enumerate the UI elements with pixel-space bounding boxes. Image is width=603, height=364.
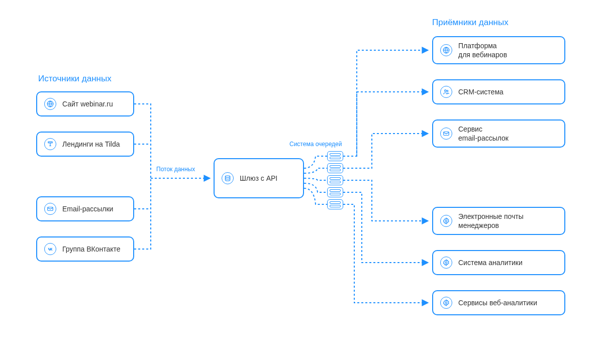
queue-icon bbox=[327, 187, 343, 197]
tilda-icon bbox=[44, 138, 56, 150]
globe-icon bbox=[44, 98, 56, 110]
node-label: Лендинги на Tilda bbox=[62, 140, 120, 149]
node-label: Шлюз с API bbox=[240, 174, 277, 183]
queue-icon bbox=[327, 199, 343, 209]
gateway-node: Шлюз с API bbox=[214, 158, 304, 198]
queue-icon bbox=[327, 163, 343, 173]
svg-point-7 bbox=[445, 220, 447, 222]
dest-node-analytics: Система аналитики bbox=[432, 250, 565, 275]
envelope-icon bbox=[44, 203, 56, 215]
node-label: Группа ВКонтакте bbox=[62, 245, 121, 254]
svg-point-8 bbox=[445, 262, 447, 264]
dest-node-email-service: Сервисemail-рассылок bbox=[432, 119, 565, 148]
dest-node-web-analytics: Сервисы веб-аналитики bbox=[432, 290, 565, 315]
node-label: Сервисы веб-аналитики bbox=[458, 298, 537, 307]
vk-icon bbox=[44, 243, 56, 255]
svg-point-5 bbox=[447, 90, 448, 92]
node-label: Сайт webinar.ru bbox=[62, 99, 113, 108]
gear-icon bbox=[440, 215, 452, 227]
source-node-email: Email-рассылки bbox=[36, 196, 134, 221]
dest-node-webinar-platform: Платформадля вебинаров bbox=[432, 36, 565, 64]
destinations-title: Приёмники данных bbox=[432, 18, 509, 28]
envelope-icon bbox=[440, 128, 452, 140]
source-node-tilda: Лендинги на Tilda bbox=[36, 132, 134, 157]
node-label: Система аналитики bbox=[458, 258, 523, 267]
queue-icon bbox=[327, 151, 343, 161]
queue-icon bbox=[327, 175, 343, 185]
node-label: Электронные почтыменеджеров bbox=[458, 212, 524, 230]
database-icon bbox=[222, 172, 234, 184]
gear-icon bbox=[440, 257, 452, 269]
globe-icon bbox=[440, 44, 452, 56]
node-label: Платформадля вебинаров bbox=[458, 41, 507, 59]
node-label: CRM-система bbox=[458, 87, 504, 96]
dest-node-crm: CRM-система bbox=[432, 79, 565, 104]
queue-annotation: Система очередей bbox=[289, 141, 342, 148]
node-label: Сервисemail-рассылок bbox=[458, 125, 509, 143]
flow-annotation: Поток данных bbox=[156, 166, 195, 173]
svg-point-2 bbox=[225, 176, 230, 178]
sources-title: Источники данных bbox=[38, 74, 112, 84]
node-label: Email-рассылки bbox=[62, 204, 113, 213]
svg-point-9 bbox=[445, 302, 447, 304]
gear-icon bbox=[440, 297, 452, 309]
source-node-webinar: Сайт webinar.ru bbox=[36, 91, 134, 116]
source-node-vk: Группа ВКонтакте bbox=[36, 236, 134, 262]
svg-point-4 bbox=[445, 90, 447, 92]
users-icon bbox=[440, 86, 452, 98]
dest-node-manager-emails: Электронные почтыменеджеров bbox=[432, 207, 565, 235]
